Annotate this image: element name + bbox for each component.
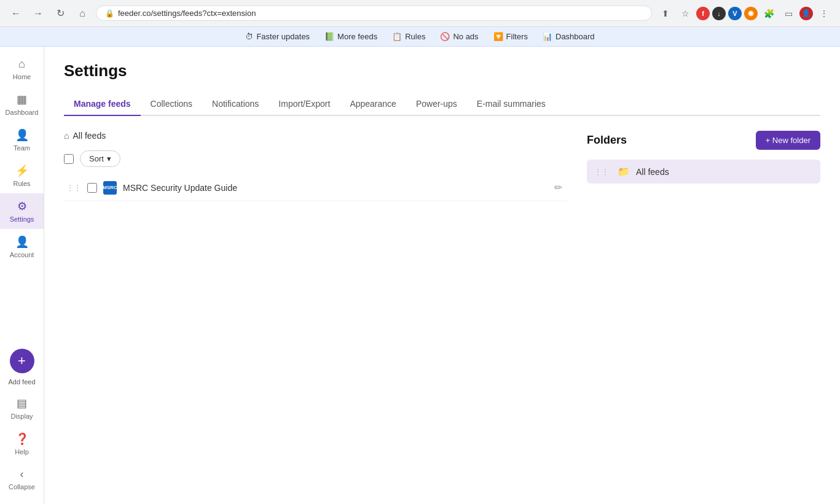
dashboard-sidebar-icon: ▦ <box>17 93 27 106</box>
account-icon: 👤 <box>15 235 29 249</box>
folder-drag-icon: ⋮⋮ <box>594 168 609 176</box>
sort-label: Sort <box>89 154 104 163</box>
tab-manage-feeds[interactable]: Manage feeds <box>64 93 141 116</box>
display-icon: ▤ <box>17 397 27 410</box>
page-title: Settings <box>64 61 820 80</box>
all-feeds-header: ⌂ All feeds <box>64 131 567 141</box>
profile-icon[interactable]: 👤 <box>799 7 813 20</box>
feed-edit-button[interactable]: ✏ <box>552 179 565 196</box>
more-feeds-label: More feeds <box>337 32 377 41</box>
new-folder-button[interactable]: + New folder <box>756 131 820 150</box>
folders-header: Folders + New folder <box>587 131 820 150</box>
feeds-panel: ⌂ All feeds Sort ▾ ⋮⋮ MSRC MSRC Security… <box>64 131 567 201</box>
promo-faster-updates[interactable]: ⏱ Faster updates <box>245 32 310 41</box>
sidebar-label-collapse: Collapse <box>9 483 35 490</box>
ext-icon-2[interactable]: ↓ <box>712 7 726 20</box>
home-icon: ⌂ <box>18 58 25 71</box>
sidebar-label-home: Home <box>13 73 31 80</box>
rules-icon: 📋 <box>392 32 402 41</box>
content-area: Settings Manage feeds Collections Notifi… <box>44 47 840 504</box>
url-text: feeder.co/settings/feeds?ctx=extension <box>118 9 256 18</box>
ext-icon-3[interactable]: V <box>728 7 742 20</box>
ext-icon-rss[interactable]: ◉ <box>744 7 758 20</box>
tab-notifications[interactable]: Notifications <box>202 93 269 116</box>
faster-updates-icon: ⏱ <box>245 32 253 41</box>
refresh-button[interactable]: ↻ <box>52 5 69 22</box>
new-folder-label: + New folder <box>766 136 811 145</box>
tab-appearance[interactable]: Appearance <box>340 93 406 116</box>
feed-name: MSRC Security Update Guide <box>123 183 546 193</box>
sidebar-item-account[interactable]: 👤 Account <box>0 229 44 265</box>
folder-icon: 📁 <box>618 166 630 177</box>
sort-button[interactable]: Sort ▾ <box>80 150 120 167</box>
tab-power-ups[interactable]: Power-ups <box>406 93 467 116</box>
feed-favicon: MSRC <box>103 181 117 195</box>
sidebar-label-account: Account <box>10 251 34 258</box>
more-icon[interactable]: ⋮ <box>815 5 833 22</box>
promo-filters[interactable]: 🔽 Filters <box>493 32 528 41</box>
promo-no-ads[interactable]: 🚫 No ads <box>440 32 478 41</box>
tab-import-export[interactable]: Import/Export <box>269 93 340 116</box>
settings-tabs: Manage feeds Collections Notifications I… <box>64 93 820 116</box>
browser-menu-icon[interactable]: ▭ <box>780 5 797 22</box>
back-button[interactable]: ← <box>7 5 25 22</box>
add-feed-button[interactable]: + <box>10 349 34 373</box>
sidebar-bottom: ▤ Display ❓ Help ‹ Collapse <box>0 390 44 499</box>
drag-handle-icon[interactable]: ⋮⋮ <box>66 184 81 192</box>
sidebar-item-home[interactable]: ⌂ Home <box>0 52 44 87</box>
bookmark-icon[interactable]: ☆ <box>677 5 694 22</box>
rules-sidebar-icon: ⚡ <box>15 164 29 177</box>
sidebar-label-rules: Rules <box>13 180 30 187</box>
sort-chevron-icon: ▾ <box>107 154 111 163</box>
sidebar-label-settings: Settings <box>10 215 34 223</box>
sidebar-label-help: Help <box>15 448 29 456</box>
ext-icon-1[interactable]: f <box>696 7 710 20</box>
settings-icon: ⚙ <box>17 200 27 213</box>
tab-email-summaries[interactable]: E-mail summaries <box>467 93 555 116</box>
sidebar-item-settings[interactable]: ⚙ Settings <box>0 193 44 229</box>
sidebar-item-help[interactable]: ❓ Help <box>0 426 44 462</box>
browser-chrome: ← → ↻ ⌂ 🔒 feeder.co/settings/feeds?ctx=e… <box>0 0 840 27</box>
folder-item-all-feeds[interactable]: ⋮⋮ 📁 All feeds <box>587 160 820 184</box>
feed-controls: Sort ▾ <box>64 150 567 167</box>
promo-banner: ⏱ Faster updates 📗 More feeds 📋 Rules 🚫 … <box>0 27 840 47</box>
no-ads-label: No ads <box>453 32 478 41</box>
promo-more-feeds[interactable]: 📗 More feeds <box>324 32 377 41</box>
filters-icon: 🔽 <box>493 32 503 41</box>
no-ads-icon: 🚫 <box>440 32 450 41</box>
extensions-icon[interactable]: 🧩 <box>760 5 777 22</box>
folder-name-all-feeds: All feeds <box>636 167 669 177</box>
collapse-icon: ‹ <box>20 468 24 481</box>
folders-panel: Folders + New folder ⋮⋮ 📁 All feeds <box>587 131 820 201</box>
sidebar-item-team[interactable]: 👤 Team <box>0 122 44 158</box>
browser-toolbar: ⬆ ☆ f ↓ V ◉ 🧩 ▭ 👤 ⋮ <box>657 5 833 22</box>
address-bar[interactable]: 🔒 feeder.co/settings/feeds?ctx=extension <box>96 6 652 21</box>
sidebar: ⌂ Home ▦ Dashboard 👤 Team ⚡ Rules ⚙ Sett… <box>0 47 44 504</box>
promo-dashboard[interactable]: 📊 Dashboard <box>543 32 595 41</box>
forward-button[interactable]: → <box>29 5 47 22</box>
feed-checkbox[interactable] <box>87 183 97 193</box>
filters-label: Filters <box>506 32 528 41</box>
sidebar-item-display[interactable]: ▤ Display <box>0 390 44 426</box>
feed-row: ⋮⋮ MSRC MSRC Security Update Guide ✏ <box>64 174 567 201</box>
sidebar-label-dashboard: Dashboard <box>6 109 39 116</box>
more-feeds-icon: 📗 <box>324 32 334 41</box>
promo-rules[interactable]: 📋 Rules <box>392 32 425 41</box>
all-feeds-home-icon: ⌂ <box>64 131 69 141</box>
dashboard-label: Dashboard <box>555 32 595 41</box>
home-button[interactable]: ⌂ <box>74 5 91 22</box>
sidebar-item-dashboard[interactable]: ▦ Dashboard <box>0 87 44 122</box>
sidebar-item-collapse[interactable]: ‹ Collapse <box>0 462 44 497</box>
share-icon[interactable]: ⬆ <box>657 5 674 22</box>
lock-icon: 🔒 <box>105 9 114 18</box>
all-feeds-label: All feeds <box>73 131 106 141</box>
sidebar-label-team: Team <box>14 144 30 152</box>
main-split: ⌂ All feeds Sort ▾ ⋮⋮ MSRC MSRC Security… <box>64 131 820 201</box>
tab-collections[interactable]: Collections <box>141 93 202 116</box>
rules-label: Rules <box>405 32 425 41</box>
help-icon: ❓ <box>15 432 29 446</box>
folders-title: Folders <box>587 134 627 147</box>
select-all-checkbox[interactable] <box>64 154 74 164</box>
sidebar-item-rules[interactable]: ⚡ Rules <box>0 158 44 193</box>
dashboard-icon: 📊 <box>543 32 552 41</box>
